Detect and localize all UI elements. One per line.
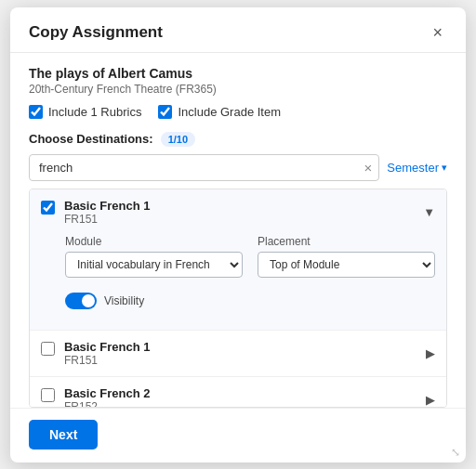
expanded-content-0: Module Initial vocabulary in French Modu…	[41, 226, 435, 330]
item-code-1: FR151	[64, 354, 426, 367]
list-item-main: Basic French 1 FR151 ▼	[41, 199, 435, 226]
choose-dest-row: Choose Destinations: 1/10	[29, 132, 447, 147]
copy-assignment-modal: Copy Assignment × The plays of Albert Ca…	[10, 7, 466, 462]
visibility-toggle[interactable]	[65, 293, 97, 309]
visibility-label: Visibility	[104, 294, 144, 307]
list-item: Basic French 1 FR151 ▼ Module Initial vo…	[30, 189, 446, 331]
placement-label: Placement	[258, 235, 435, 248]
semester-button[interactable]: Semester ▾	[387, 161, 447, 175]
resize-handle-icon: ⤡	[451, 446, 460, 459]
rubrics-checkbox[interactable]	[29, 105, 43, 119]
module-label: Module	[65, 235, 243, 248]
search-input[interactable]	[29, 154, 379, 181]
item-name-1: Basic French 1	[64, 340, 426, 354]
search-clear-button[interactable]: ×	[364, 161, 373, 175]
form-row: Module Initial vocabulary in French Modu…	[65, 235, 435, 278]
close-button[interactable]: ×	[428, 22, 447, 43]
course-list: Basic French 1 FR151 ▼ Module Initial vo…	[29, 189, 447, 408]
item-code-2: FR152	[64, 400, 426, 408]
next-button[interactable]: Next	[29, 420, 98, 449]
module-group: Module Initial vocabulary in French Modu…	[65, 235, 243, 278]
visibility-row: Visibility	[65, 287, 435, 319]
list-item: Basic French 2 FR152 ▶	[30, 377, 446, 408]
item-checkbox-0[interactable]	[41, 201, 55, 215]
module-select[interactable]: Initial vocabulary in French Module 2 Mo…	[65, 252, 243, 278]
rubrics-label: Include 1 Rubrics	[48, 105, 141, 119]
grade-label: Include Grade Item	[178, 105, 281, 119]
grade-checkbox[interactable]	[158, 105, 172, 119]
rubrics-checkbox-label[interactable]: Include 1 Rubrics	[29, 105, 141, 119]
checkboxes-row: Include 1 Rubrics Include Grade Item	[29, 105, 447, 119]
semester-chevron-icon: ▾	[442, 162, 447, 174]
placement-group: Placement Top of Module Bottom of Module	[258, 235, 435, 278]
item-info-0: Basic French 1 FR151	[64, 199, 423, 226]
item-name-2: Basic French 2	[64, 386, 426, 400]
item-name-0: Basic French 1	[64, 199, 423, 213]
item-checkbox-2[interactable]	[41, 388, 55, 402]
assignment-subtitle: 20th-Century French Theatre (FR365)	[29, 83, 447, 96]
item-checkbox-1[interactable]	[41, 342, 55, 356]
modal-title: Copy Assignment	[29, 23, 163, 42]
placement-select[interactable]: Top of Module Bottom of Module	[258, 252, 435, 278]
list-item: Basic French 1 FR151 ▶	[30, 331, 446, 377]
modal-body: The plays of Albert Camus 20th-Century F…	[10, 53, 466, 408]
search-row: × Semester ▾	[29, 154, 447, 181]
collapse-arrow-icon-0[interactable]: ▼	[423, 205, 435, 219]
modal-header: Copy Assignment ×	[10, 7, 466, 53]
modal-overlay: Copy Assignment × The plays of Albert Ca…	[0, 0, 476, 469]
modal-footer: Next	[10, 408, 466, 462]
item-info-1: Basic French 1 FR151	[64, 340, 426, 367]
dest-badge: 1/10	[161, 132, 195, 147]
expand-arrow-icon-2[interactable]: ▶	[426, 393, 435, 407]
toggle-slider	[65, 293, 97, 309]
semester-label: Semester	[387, 161, 439, 175]
search-input-wrap: ×	[29, 154, 379, 181]
item-info-2: Basic French 2 FR152	[64, 386, 426, 408]
expand-arrow-icon-1[interactable]: ▶	[426, 346, 435, 360]
item-code-0: FR151	[64, 213, 423, 226]
grade-checkbox-label[interactable]: Include Grade Item	[158, 105, 281, 119]
assignment-title: The plays of Albert Camus	[29, 66, 447, 81]
choose-dest-label: Choose Destinations:	[29, 132, 153, 146]
